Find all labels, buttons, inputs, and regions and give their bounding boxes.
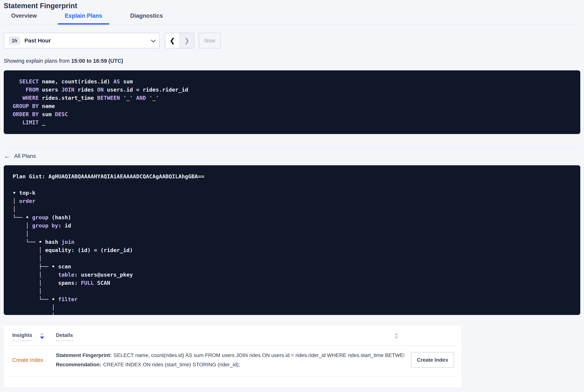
all-plans-label: All Plans [14,153,36,159]
section-divider [4,148,580,148]
time-controls: 1h Past Hour ❮ ❯ Now [4,33,580,48]
plan-gist-value: AgHUAQIABQAAAAHYAQIAiAEAAAADCQACAgAABQIL… [48,173,204,180]
time-step-button-group: ❮ ❯ [165,33,194,48]
create-index-button[interactable]: Create Index [411,352,454,368]
sql-statement: SELECT name, count(rides.id) AS sum FROM… [13,78,571,126]
sort-details-control[interactable] [395,333,399,339]
plan-gist-panel: Plan Gist: AgHUAQIABQAAAAHYAQIAiAEAAAADC… [4,165,580,315]
sort-insights-control[interactable] [40,333,44,339]
now-button[interactable]: Now [199,33,221,48]
recommendation-value: CREATE INDEX ON rides (start_time) STORI… [103,362,240,368]
all-plans-back-link[interactable]: ← All Plans [4,153,36,159]
tab-bar: Overview Explain Plans Diagnostics [4,12,580,24]
insight-type-cell: Create Index [12,357,56,363]
sort-up-icon [40,333,44,335]
chevron-right-icon: ❯ [184,37,190,44]
insights-column-header-group: Insights [12,332,56,341]
statement-fingerprint-value: SELECT name, count(rides.id) AS sum FROM… [113,352,404,358]
column-header-insights[interactable]: Insights [12,332,32,341]
column-header-details[interactable]: Details [56,332,73,341]
showing-range-value: 15:00 to 16:59 (UTC) [71,58,123,64]
tab-explain-plans[interactable]: Explain Plans [65,12,102,24]
sort-up-icon [395,333,399,335]
plan-gist-label: Plan Gist: [13,173,48,180]
sort-down-icon [40,336,44,339]
statement-fingerprint-page: Statement Fingerprint Overview Explain P… [0,1,584,388]
showing-range-text: Showing explain plans from 15:00 to 16:5… [4,57,580,64]
tab-diagnostics[interactable]: Diagnostics [130,12,163,24]
page-title: Statement Fingerprint [4,1,580,10]
chevron-down-icon [151,38,156,42]
insights-table-header: Insights Details [4,325,462,346]
insight-row: Create Index Statement Fingerprint:SELEC… [4,346,462,376]
tab-overview[interactable]: Overview [11,12,37,24]
statement-fingerprint-line: Statement Fingerprint:SELECT name, count… [56,352,404,359]
insights-table-card: Insights Details Create Index Statement … [4,325,462,388]
row-divider [8,376,457,377]
back-arrow-icon: ← [4,153,10,159]
create-index-link[interactable]: Create Index [12,357,43,363]
next-time-button[interactable]: ❯ [180,33,194,48]
showing-range-prefix: Showing explain plans from [4,58,71,64]
plan-gist-line: Plan Gist: AgHUAQIABQAAAAHYAQIAiAEAAAADC… [13,172,571,180]
chevron-left-icon: ❮ [170,37,175,44]
time-range-badge: 1h [9,36,20,45]
time-range-label: Past Hour [24,38,151,44]
statement-fingerprint-label: Statement Fingerprint: [56,352,112,358]
time-range-dropdown[interactable]: 1h Past Hour [4,33,160,48]
plan-tree: • top-k │ order │ └── • group (hash) │ g… [13,189,571,315]
recommendation-label: Recommendation: [56,362,101,368]
prev-time-button[interactable]: ❮ [165,33,180,48]
recommendation-line: Recommendation:CREATE INDEX ON rides (st… [56,361,404,368]
sql-statement-panel: SELECT name, count(rides.id) AS sum FROM… [4,70,580,134]
sort-down-icon [395,336,399,339]
insight-details-cell: Statement Fingerprint:SELECT name, count… [56,352,404,368]
